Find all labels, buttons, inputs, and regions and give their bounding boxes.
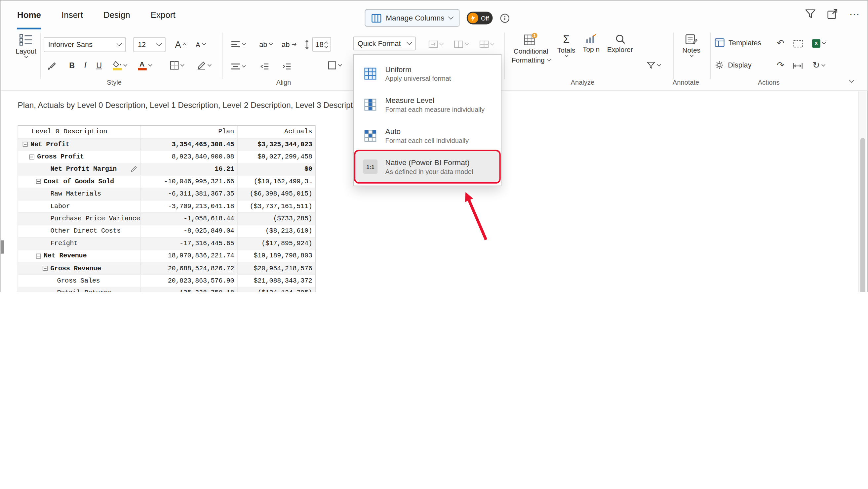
redo-button[interactable]: ↷: [774, 59, 787, 71]
bold-button[interactable]: B: [66, 58, 78, 73]
quick-format-dropdown[interactable]: Quick Format: [353, 36, 415, 50]
format-painter-button[interactable]: [45, 59, 58, 73]
underline-button[interactable]: U: [94, 58, 104, 73]
fill-color-icon: [113, 61, 122, 70]
conditional-formatting-button[interactable]: 1 Conditional Formatting: [510, 33, 552, 64]
table-row[interactable]: Gross Sales20,823,863,576.90$21,088,343,…: [18, 275, 315, 287]
page-outline-icon: [793, 40, 803, 48]
grow-font-icon: A: [175, 40, 181, 50]
quick-format-menu-item[interactable]: Measure LevelFormat each measure individ…: [355, 89, 499, 120]
totals-button[interactable]: Σ Totals: [554, 34, 579, 57]
chevron-down-icon: [440, 41, 443, 45]
tab-insert[interactable]: Insert: [61, 1, 83, 29]
fit-width-button[interactable]: [791, 60, 804, 71]
table-row[interactable]: Freight-17,316,445.65($17,895,924): [18, 237, 315, 250]
chevron-down-icon: [242, 41, 246, 45]
table-row[interactable]: Net Profit3,354,465,308.45$3,325,344,023: [18, 138, 315, 150]
table-row[interactable]: Raw Materials-6,311,381,367.35($6,398,49…: [18, 188, 315, 200]
edit-pencil-icon[interactable]: [130, 166, 137, 172]
table-row[interactable]: Gross Profit8,923,840,900.08$9,027,299,4…: [18, 151, 315, 163]
quick-format-menu-item[interactable]: 1:1Native (Power BI Format)As defined in…: [355, 151, 499, 182]
cell-border-button[interactable]: [323, 58, 345, 73]
column-header-plan[interactable]: Plan: [141, 126, 237, 138]
notes-icon: [685, 34, 698, 45]
italic-button[interactable]: I: [80, 58, 90, 73]
top-n-button[interactable]: Top n: [580, 34, 602, 53]
collapse-toggle-icon[interactable]: [36, 253, 41, 258]
refresh-icon: ↻: [812, 61, 820, 70]
row-height-value[interactable]: 18: [316, 40, 323, 48]
horizontal-align-button[interactable]: [227, 37, 249, 52]
vertical-scrollbar[interactable]: [858, 91, 866, 292]
actuals-value: ($8,213,610): [237, 225, 315, 237]
caret-down-icon: [202, 41, 206, 45]
templates-button[interactable]: Templates: [715, 38, 761, 47]
collapse-toggle-icon[interactable]: [23, 142, 28, 147]
collapse-ribbon-icon[interactable]: [849, 78, 855, 83]
table-row[interactable]: Gross Revenue20,688,524,826.72$20,954,21…: [18, 262, 315, 275]
manage-columns-label: Manage Columns: [386, 14, 444, 22]
notes-button[interactable]: Notes: [677, 34, 706, 57]
off-toggle-label: Off: [481, 15, 489, 21]
info-icon[interactable]: [500, 13, 510, 23]
red-arrow-annotation: [452, 184, 496, 248]
more-options-icon[interactable]: ⋯: [849, 9, 860, 19]
tab-home[interactable]: Home: [17, 1, 41, 29]
decrease-indent-button[interactable]: [256, 59, 273, 74]
increase-indent-button[interactable]: [278, 59, 295, 74]
columns-icon: [372, 13, 381, 23]
collapse-toggle-icon[interactable]: [29, 154, 34, 159]
export-excel-button[interactable]: X: [809, 37, 829, 49]
explorer-button[interactable]: Explorer: [604, 34, 636, 54]
svg-text:1: 1: [533, 33, 536, 38]
font-size-select[interactable]: 12: [133, 37, 165, 52]
table-row[interactable]: Net Profit Margin16.21$0: [18, 163, 315, 175]
filter-icon[interactable]: [805, 9, 816, 19]
borders-button[interactable]: [165, 58, 188, 73]
layout-button[interactable]: Layout: [10, 34, 42, 58]
off-toggle[interactable]: Off: [466, 11, 493, 24]
font-color-button[interactable]: A: [134, 58, 154, 73]
undo-button[interactable]: ↶: [774, 37, 787, 49]
collapse-toggle-icon[interactable]: [43, 266, 48, 271]
uniform-grid-icon: [363, 66, 378, 81]
spinner-down-icon[interactable]: [324, 44, 329, 48]
analyze-filter-button[interactable]: [642, 58, 665, 73]
tab-export[interactable]: Export: [151, 1, 176, 29]
row-height-control[interactable]: 18: [304, 37, 331, 52]
page-setup-button[interactable]: [792, 38, 804, 49]
refresh-button[interactable]: ↻: [809, 59, 829, 71]
overflow-text-button[interactable]: ab: [281, 37, 299, 52]
collapse-toggle-icon[interactable]: [36, 179, 41, 184]
column-header-actuals[interactable]: Actuals: [237, 126, 315, 138]
wrap-text-button[interactable]: ab: [255, 37, 276, 52]
pen-format-button[interactable]: [192, 58, 215, 73]
vertical-scrollbar-thumb[interactable]: [860, 138, 865, 292]
plan-value: 20,823,863,576.90: [141, 275, 237, 287]
row-label: Freight: [50, 239, 78, 247]
resize-handle[interactable]: [1, 240, 4, 253]
chevron-down-icon: [407, 40, 412, 45]
row-height-spinner[interactable]: [325, 41, 328, 48]
display-button[interactable]: Display: [715, 60, 752, 69]
vertical-align-button[interactable]: [227, 59, 249, 74]
quick-format-menu-item[interactable]: AutoFormat each cell individually: [355, 120, 499, 151]
font-family-select[interactable]: Inforiver Sans: [43, 37, 126, 52]
decrease-font-size-button[interactable]: A: [193, 37, 208, 52]
fill-color-button[interactable]: [109, 58, 130, 73]
manage-columns-button[interactable]: Manage Columns: [365, 9, 460, 26]
table-row[interactable]: Net Revenue18,970,836,221.74$19,189,798,…: [18, 250, 315, 262]
expand-icon[interactable]: [827, 8, 838, 19]
column-header-level0[interactable]: Level 0 Description: [18, 126, 141, 138]
increase-font-size-button[interactable]: A: [173, 37, 188, 52]
plan-value: 18,970,836,221.74: [141, 250, 237, 262]
table-row[interactable]: Other Direct Costs-8,025,849.04($8,213,6…: [18, 225, 315, 237]
table-row[interactable]: Cost of Goods Sold-10,046,995,321.66($10…: [18, 176, 315, 188]
table-row[interactable]: Labor-3,709,213,041.18($3,737,161,511): [18, 201, 315, 213]
table-header-row: Level 0 Description Plan Actuals: [18, 126, 315, 138]
row-label: Gross Sales: [57, 277, 100, 285]
table-row[interactable]: Purchase Price Variance-1,058,618.44($73…: [18, 213, 315, 225]
quick-format-menu-item[interactable]: UniformApply universal format: [355, 58, 499, 89]
tab-design[interactable]: Design: [103, 1, 130, 29]
table-row[interactable]: Retail Returns-135,338,750.18($134,124,7…: [18, 287, 315, 292]
